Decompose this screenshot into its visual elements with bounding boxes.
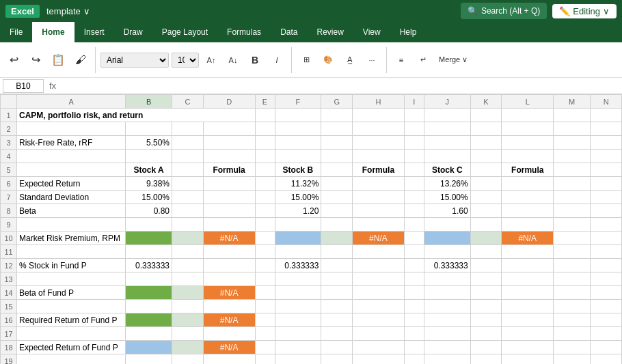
cell-L11[interactable] (502, 245, 554, 259)
italic-button[interactable]: I (267, 45, 286, 75)
tab-page-layout[interactable]: Page Layout (152, 22, 217, 42)
cell-H3[interactable] (353, 136, 405, 150)
cell-F1[interactable] (275, 109, 321, 122)
cell-L3[interactable] (502, 136, 554, 150)
cell-H2[interactable] (353, 122, 405, 136)
tab-formulas[interactable]: Formulas (217, 22, 271, 42)
cell-G3[interactable] (321, 136, 353, 150)
cell-J12[interactable]: 0.333333 (424, 259, 470, 272)
cell-K15[interactable] (470, 300, 502, 313)
cell-M11[interactable] (554, 245, 591, 259)
cell-K1[interactable] (470, 109, 502, 122)
cell-K11[interactable] (470, 245, 502, 259)
cell-B11[interactable] (126, 245, 172, 259)
cell-N15[interactable] (591, 300, 622, 313)
cell-J10[interactable] (424, 232, 470, 245)
cell-I17[interactable] (404, 327, 424, 341)
cell-A7[interactable]: Standard Deviation (17, 191, 126, 204)
cell-M8[interactable] (554, 204, 591, 218)
cell-C10[interactable] (172, 232, 204, 245)
borders-button[interactable]: ⊞ (297, 45, 316, 75)
cell-K3[interactable] (470, 136, 502, 150)
cell-reference-input[interactable] (3, 79, 44, 93)
cell-D8[interactable] (203, 204, 255, 218)
cell-F3[interactable] (275, 136, 321, 150)
cell-D6[interactable] (203, 177, 255, 191)
cell-M4[interactable] (554, 150, 591, 163)
cell-C4[interactable] (172, 150, 204, 163)
cell-J14[interactable] (424, 286, 470, 300)
cell-E14[interactable] (255, 286, 275, 300)
cell-G8[interactable] (321, 204, 353, 218)
cell-H16[interactable] (353, 313, 405, 327)
cell-J17[interactable] (424, 327, 470, 341)
cell-C6[interactable] (172, 177, 204, 191)
cell-H11[interactable] (353, 245, 405, 259)
cell-E12[interactable] (255, 259, 275, 272)
cell-I12[interactable] (404, 259, 424, 272)
tab-insert[interactable]: Insert (75, 22, 114, 42)
font-color-button[interactable]: A̲ (340, 45, 360, 75)
cell-M17[interactable] (554, 327, 591, 341)
cell-J5[interactable]: Stock C (424, 163, 470, 177)
cell-I6[interactable] (404, 177, 424, 191)
cell-J9[interactable] (424, 218, 470, 232)
cell-L12[interactable] (502, 259, 554, 272)
cell-B3[interactable]: 5.50% (126, 136, 172, 150)
cell-E7[interactable] (255, 191, 275, 204)
cell-M7[interactable] (554, 191, 591, 204)
cell-B6[interactable]: 9.38% (126, 177, 172, 191)
wrap-button[interactable]: ↵ (414, 45, 433, 75)
cell-B13[interactable] (126, 272, 172, 286)
clipboard-button[interactable]: 📋 (48, 45, 68, 75)
cell-J13[interactable] (424, 272, 470, 286)
cell-B5[interactable]: Stock A (126, 163, 172, 177)
cell-E1[interactable] (255, 109, 275, 122)
cell-A16[interactable]: Required Return of Fund P (17, 313, 126, 327)
cell-M10[interactable] (554, 232, 591, 245)
tab-data[interactable]: Data (271, 22, 307, 42)
cell-L1[interactable] (502, 109, 554, 122)
cell-A6[interactable]: Expected Return (17, 177, 126, 191)
cell-I14[interactable] (404, 286, 424, 300)
cell-A15[interactable] (17, 300, 126, 313)
cell-D14[interactable]: #N/A (203, 286, 255, 300)
cell-G14[interactable] (321, 286, 353, 300)
cell-L13[interactable] (502, 272, 554, 286)
cell-N16[interactable] (591, 313, 622, 327)
cell-I9[interactable] (404, 218, 424, 232)
cell-H14[interactable] (353, 286, 405, 300)
cell-F15[interactable] (275, 300, 321, 313)
cell-D12[interactable] (203, 259, 255, 272)
cell-B15[interactable] (126, 300, 172, 313)
cell-N1[interactable] (591, 109, 622, 122)
cell-N17[interactable] (591, 327, 622, 341)
cell-E8[interactable] (255, 204, 275, 218)
cell-C15[interactable] (172, 300, 204, 313)
cell-F18[interactable] (275, 341, 321, 354)
cell-K12[interactable] (470, 259, 502, 272)
cell-B4[interactable] (126, 150, 172, 163)
cell-J3[interactable] (424, 136, 470, 150)
cell-D5[interactable]: Formula (203, 163, 255, 177)
cell-M1[interactable] (554, 109, 591, 122)
merge-button[interactable]: Merge ∨ (435, 45, 471, 75)
cell-E17[interactable] (255, 327, 275, 341)
col-header-M[interactable]: M (554, 95, 591, 109)
cell-M16[interactable] (554, 313, 591, 327)
cell-B17[interactable] (126, 327, 172, 341)
cell-F8[interactable]: 1.20 (275, 204, 321, 218)
cell-M18[interactable] (554, 341, 591, 354)
cell-A2[interactable] (17, 122, 126, 136)
cell-M13[interactable] (554, 272, 591, 286)
cell-E15[interactable] (255, 300, 275, 313)
cell-N8[interactable] (591, 204, 622, 218)
cell-D4[interactable] (203, 150, 255, 163)
col-header-K[interactable]: K (470, 95, 502, 109)
cell-N18[interactable] (591, 341, 622, 354)
cell-L2[interactable] (502, 122, 554, 136)
cell-G9[interactable] (321, 218, 353, 232)
cell-D9[interactable] (203, 218, 255, 232)
cell-A18[interactable]: Expected Return of Fund P (17, 341, 126, 354)
cell-L14[interactable] (502, 286, 554, 300)
